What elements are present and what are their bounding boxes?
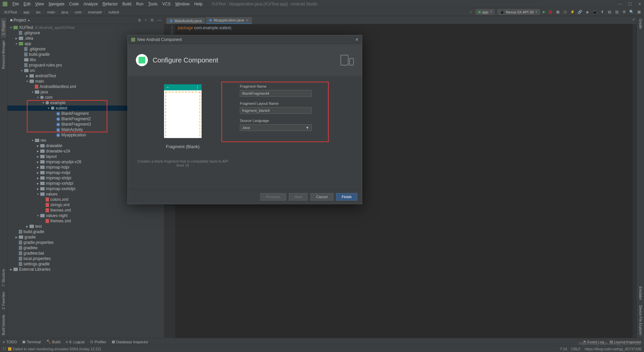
avd-icon[interactable]: 📱 (592, 10, 597, 14)
menu-tools[interactable]: Tools (146, 2, 160, 6)
menu-run[interactable]: Run (134, 2, 146, 6)
package-icon (40, 96, 44, 99)
next-button[interactable]: Next (289, 193, 308, 201)
crumb[interactable]: main (46, 10, 57, 14)
caret-position[interactable]: 7:14 (560, 347, 567, 351)
device-combo[interactable]: 📱Nexus 5X API 30▼ (497, 9, 540, 15)
sidetab-project[interactable]: 1: Project (1, 18, 6, 38)
editor-tab[interactable]: Myapplication.java✕ (206, 17, 252, 24)
xml-icon (46, 197, 49, 202)
run-icon[interactable]: ▶ (543, 10, 545, 14)
editor-tabs: MainActivity.java Myapplication.java✕ (164, 16, 637, 24)
sdk-icon[interactable]: ⬇ (600, 10, 604, 14)
gear-icon[interactable]: ⚙ (150, 18, 154, 23)
apply-changes-icon[interactable]: ⚡ (570, 10, 575, 14)
menu-build[interactable]: Build (120, 2, 134, 6)
layout-name-label: Fragment Layout Name (240, 101, 354, 105)
tab-event-log[interactable]: ◔ Event Log (583, 340, 604, 344)
sync-icon[interactable]: ↙ (470, 10, 473, 14)
menu-code[interactable]: Code (67, 2, 81, 6)
menu-view[interactable]: View (33, 2, 46, 6)
tab-todo[interactable]: ≡ TODO (3, 340, 17, 344)
crumb[interactable]: java (60, 10, 69, 14)
sidetab-emulator[interactable]: Emulator (638, 284, 643, 303)
settings-icon[interactable]: ⚙ (622, 10, 627, 14)
sidetab-device-explorer[interactable]: Device File Explorer (638, 303, 643, 338)
run-config-combo[interactable]: ▣app▼ (475, 9, 495, 15)
folder-icon (19, 37, 23, 40)
xml-icon (46, 208, 49, 212)
menu-edit[interactable]: Edit (21, 2, 33, 6)
sidetab-favorites[interactable]: 2: Favorites (1, 289, 6, 312)
crumb[interactable]: example (87, 10, 103, 14)
tab-logcat[interactable]: ≡ 6: Logcat (66, 340, 85, 344)
toolwindows-icon[interactable]: ☐ (3, 347, 6, 351)
folder-icon (40, 171, 45, 174)
crumb[interactable]: xuitest (107, 10, 120, 14)
tab-db-inspector[interactable]: ▦ Database Inspector (112, 340, 148, 344)
debug-icon[interactable]: 🐞 (548, 10, 553, 14)
collapse-icon[interactable]: ÷ (145, 18, 147, 23)
crumb[interactable]: com (73, 10, 83, 14)
profiler-icon[interactable]: ◷ (563, 10, 568, 14)
status-bar: ☐ Failed to start monitoring emulator-55… (0, 345, 644, 352)
menu-analyze[interactable]: Analyze (81, 2, 100, 6)
attach-icon[interactable]: 🔗 (578, 10, 582, 14)
crumb[interactable]: XUITest (3, 10, 18, 14)
maximize-icon[interactable]: ☐ (628, 2, 632, 6)
cancel-button[interactable]: Cancel (310, 193, 333, 201)
target-icon[interactable]: ⊕ (138, 18, 141, 23)
menu-refactor[interactable]: Refactor (100, 2, 120, 6)
tab-build[interactable]: 🔨 Build (46, 340, 60, 344)
fragment-name-input[interactable] (240, 90, 312, 97)
hero-icon (136, 54, 148, 66)
class-icon: c (56, 128, 60, 132)
inspection-ok-icon[interactable]: ✔ (632, 17, 635, 22)
layout-editor-icon[interactable]: ▤ (607, 10, 612, 14)
folder-icon (30, 74, 34, 78)
menu-window[interactable]: Window (173, 2, 192, 6)
coverage-icon[interactable]: ▦ (555, 10, 560, 14)
language-label: Source Language (240, 119, 354, 123)
previous-button[interactable]: Previous (260, 193, 286, 201)
close-tab-icon[interactable]: ✕ (246, 18, 249, 22)
line-separator[interactable]: CRLF (571, 347, 581, 351)
crumb[interactable]: src (35, 10, 42, 14)
layout-name-input[interactable] (240, 107, 312, 114)
toolwindow-icon[interactable]: ▦ (637, 10, 641, 14)
folder-icon (40, 187, 45, 190)
sidetab-build-variants[interactable]: Build Variants (1, 312, 6, 338)
folder-icon (24, 58, 29, 61)
close-window-icon[interactable]: ✕ (638, 2, 641, 6)
menu-bar: FFileile Edit View Navigate Code Analyze… (0, 0, 644, 8)
hide-icon[interactable]: — (157, 18, 161, 23)
error-stripe[interactable] (633, 24, 637, 338)
dialog-close-icon[interactable]: ✕ (355, 37, 359, 42)
back-arrow-icon: ← (166, 85, 170, 90)
menu-vcs[interactable]: VCS (160, 2, 173, 6)
project-view-selector[interactable]: ■ Project▼ (10, 18, 30, 23)
menu-navigate[interactable]: Navigate (46, 2, 67, 6)
folder-icon (40, 176, 45, 180)
editor-tab[interactable]: MainActivity.java (166, 18, 205, 24)
finish-button[interactable]: Finish (336, 193, 357, 201)
menu-help[interactable]: Help (192, 2, 205, 6)
sidetab-structure[interactable]: 7: Structure (1, 266, 6, 289)
crumb[interactable]: app (22, 10, 31, 14)
tab-terminal[interactable]: ▣ Terminal (22, 340, 41, 344)
package-icon (46, 101, 49, 104)
resource-icon[interactable]: ▥ (614, 10, 619, 14)
sidetab-gradle[interactable]: Gradle (638, 16, 643, 32)
sidetab-resource-manager[interactable]: Resource Manager (1, 38, 6, 72)
language-select[interactable]: Java▼ (240, 124, 312, 131)
minimize-icon[interactable]: — (618, 2, 622, 6)
tab-layout-inspector[interactable]: ▤ Layout Inspector (609, 340, 641, 344)
folder-icon (35, 139, 39, 142)
folder-icon (40, 144, 45, 147)
file-icon (19, 251, 22, 255)
search-icon[interactable]: 🔍 (629, 10, 634, 14)
tab-profiler[interactable]: ◷ Profiler (90, 340, 106, 344)
menu-file[interactable]: FFileile (10, 2, 21, 6)
folder-icon (40, 214, 45, 217)
stop-icon[interactable]: ■ (585, 10, 590, 14)
